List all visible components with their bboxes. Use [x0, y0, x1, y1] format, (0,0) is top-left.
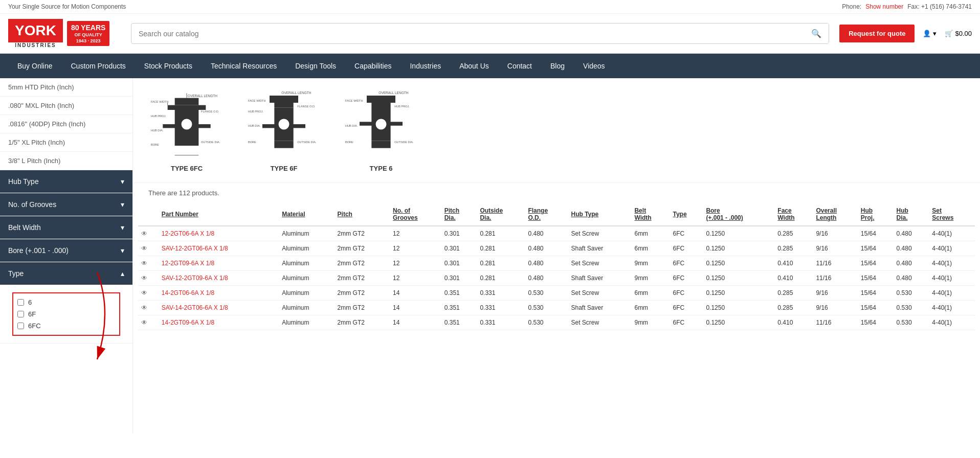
part-number-cell: 12-2GT09-6A X 1/8	[159, 256, 279, 271]
nav-item-contact[interactable]: Contact	[498, 54, 541, 78]
svg-rect-29	[367, 96, 395, 103]
hub-proj-cell: 15/64	[858, 226, 894, 241]
pitch-item-xl[interactable]: 1/5" XL Pitch (Inch)	[0, 133, 132, 152]
cart-icon: 🛒	[945, 30, 953, 37]
col-outside-dia[interactable]: OutsideDia.	[477, 203, 525, 226]
eye-icon[interactable]: 👁	[141, 319, 147, 326]
col-overall-length[interactable]: OverallLength	[813, 203, 857, 226]
eye-icon[interactable]: 👁	[141, 230, 147, 237]
col-flange-od[interactable]: FlangeO.D.	[525, 203, 568, 226]
svg-text:HUB PROJ.: HUB PROJ.	[394, 105, 410, 108]
bore-cell: 0.1250	[703, 286, 774, 301]
york-logo[interactable]: YORK INDUSTRIES	[8, 19, 63, 48]
filter-belt-width[interactable]: Belt Width ▾	[0, 216, 132, 239]
nav-item-videos[interactable]: Videos	[574, 54, 614, 78]
eye-icon[interactable]: 👁	[141, 274, 147, 282]
col-belt-width[interactable]: BeltWidth	[631, 203, 670, 226]
phone-show-number[interactable]: Show number	[865, 3, 903, 10]
type-checkbox-6[interactable]	[17, 299, 24, 306]
type-label-6: 6	[28, 299, 32, 306]
filter-type[interactable]: Type ▴	[0, 262, 132, 285]
eye-cell: 👁	[138, 286, 159, 301]
pitch-cell: 2mm GT2	[335, 256, 390, 271]
type-checkbox-6f[interactable]	[17, 311, 24, 317]
pitch-item-l[interactable]: 3/8" L Pitch (Inch)	[0, 152, 132, 170]
type-option-6f: 6F	[17, 308, 115, 320]
nav-item-buy-online[interactable]: Buy Online	[8, 54, 61, 78]
part-number-link[interactable]: SAV-12-2GT06-6A X 1/8	[162, 245, 228, 252]
col-material[interactable]: Material	[279, 203, 334, 226]
nav-item-industries[interactable]: Industries	[400, 54, 450, 78]
account-button[interactable]: 👤 ▾	[923, 30, 937, 37]
nav-item-blog[interactable]: Blog	[541, 54, 574, 78]
cart-amount: $0.00	[955, 30, 972, 37]
col-grooves[interactable]: No. ofGrooves	[390, 203, 441, 226]
material-cell: Aluminum	[279, 286, 334, 301]
eye-icon[interactable]: 👁	[141, 289, 147, 296]
svg-rect-32	[371, 141, 390, 148]
material-cell: Aluminum	[279, 241, 334, 256]
filter-hub-type[interactable]: Hub Type ▾	[0, 170, 132, 193]
bore-cell: 0.1250	[703, 315, 774, 330]
nav-item-design-tools[interactable]: Design Tools	[286, 54, 345, 78]
york-industries-text: INDUSTRIES	[15, 42, 56, 48]
filter-bore[interactable]: Bore (+.001 - .000) ▾	[0, 239, 132, 262]
col-type[interactable]: Type	[670, 203, 703, 226]
table-row: 👁 12-2GT06-6A X 1/8 Aluminum 2mm GT2 12 …	[138, 226, 975, 241]
hub-type-cell: Set Screw	[568, 315, 632, 330]
nav-item-custom-products[interactable]: Custom Products	[61, 54, 135, 78]
col-part-number[interactable]: Part Number	[159, 203, 279, 226]
pitch-cell: 2mm GT2	[335, 315, 390, 330]
nav-item-stock-products[interactable]: Stock Products	[135, 54, 202, 78]
col-hub-proj[interactable]: HubProj.	[858, 203, 894, 226]
hub-proj-cell: 15/64	[858, 256, 894, 271]
col-face-width[interactable]: FaceWidth	[774, 203, 813, 226]
filter-bore-label: Bore (+.001 - .000)	[8, 246, 69, 255]
col-hub-type[interactable]: Hub Type	[568, 203, 632, 226]
top-bar-right: Phone: Show number Fax: +1 (516) 746-374…	[842, 3, 972, 10]
diagram-6fc-label: TYPE 6FC	[148, 165, 225, 172]
set-screws-cell: 4-40(1)	[929, 315, 975, 330]
diagram-6-label: TYPE 6	[343, 165, 419, 172]
col-hub-dia[interactable]: HubDia.	[894, 203, 929, 226]
belt-width-cell: 9mm	[631, 256, 670, 271]
part-number-link[interactable]: 12-2GT06-6A X 1/8	[162, 230, 214, 237]
nav-item-about-us[interactable]: About Us	[450, 54, 498, 78]
pitch-item-5mm[interactable]: 5mm HTD Pitch (Inch)	[0, 78, 132, 97]
type-checkbox-6fc[interactable]	[17, 323, 24, 329]
eye-icon[interactable]: 👁	[141, 304, 147, 311]
col-pitch-dia[interactable]: PitchDia.	[441, 203, 477, 226]
cart-button[interactable]: 🛒 $0.00	[945, 30, 972, 37]
eye-icon[interactable]: 👁	[141, 260, 147, 267]
col-pitch[interactable]: Pitch	[335, 203, 390, 226]
type-cell: 6FC	[670, 286, 703, 301]
col-set-screws[interactable]: SetScrews	[929, 203, 975, 226]
content-area: OVERALL LENGTH FACE WIDTH HUB PROJ. HUB …	[133, 78, 980, 434]
part-number-link[interactable]: 14-2GT09-6A X 1/8	[162, 319, 214, 326]
filter-grooves[interactable]: No. of Grooves ▾	[0, 193, 132, 216]
svg-text:HUB DIA.: HUB DIA.	[151, 129, 164, 132]
sidebar: 5mm HTD Pitch (Inch) .080" MXL Pitch (In…	[0, 78, 133, 434]
part-number-link[interactable]: 12-2GT09-6A X 1/8	[162, 260, 214, 267]
request-quote-button[interactable]: Request for quote	[839, 25, 915, 42]
type-cell: 6FC	[670, 271, 703, 286]
pitch-item-0816[interactable]: .0816" (40DP) Pitch (Inch)	[0, 115, 132, 133]
eye-icon[interactable]: 👁	[141, 245, 147, 252]
pitch-item-080[interactable]: .080" MXL Pitch (Inch)	[0, 97, 132, 115]
col-bore[interactable]: Bore(+.001 - .000)	[703, 203, 774, 226]
belt-width-cell: 9mm	[631, 271, 670, 286]
nav-item-technical-resources[interactable]: Technical Resources	[202, 54, 286, 78]
search-input[interactable]	[131, 25, 804, 43]
part-number-link[interactable]: SAV-14-2GT06-6A X 1/8	[162, 304, 228, 311]
table-row: 👁 SAV-14-2GT06-6A X 1/8 Aluminum 2mm GT2…	[138, 301, 975, 315]
part-number-cell: SAV-12-2GT09-6A X 1/8	[159, 271, 279, 286]
hub-type-cell: Set Screw	[568, 256, 632, 271]
part-number-link[interactable]: 14-2GT06-6A X 1/8	[162, 289, 214, 296]
pitch-cell: 2mm GT2	[335, 286, 390, 301]
part-number-link[interactable]: SAV-12-2GT09-6A X 1/8	[162, 274, 228, 282]
type-cell: 6FC	[670, 301, 703, 315]
search-button[interactable]: 🔍	[804, 24, 829, 43]
svg-text:FLANGE O.D.: FLANGE O.D.	[201, 110, 219, 113]
grooves-cell: 12	[390, 226, 441, 241]
nav-item-capabilities[interactable]: Capabilities	[345, 54, 400, 78]
